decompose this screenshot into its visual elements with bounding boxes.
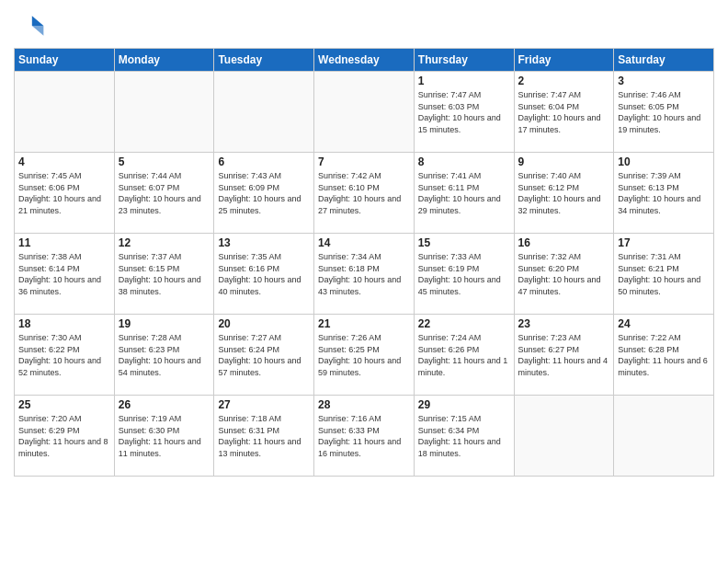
- calendar-cell: 8Sunrise: 7:41 AM Sunset: 6:11 PM Daylig…: [414, 153, 514, 234]
- weekday-header: Thursday: [414, 49, 514, 72]
- day-number: 18: [18, 317, 110, 330]
- calendar-cell: 17Sunrise: 7:31 AM Sunset: 6:21 PM Dayli…: [614, 234, 714, 315]
- calendar-cell: 21Sunrise: 7:26 AM Sunset: 6:25 PM Dayli…: [314, 315, 415, 396]
- day-number: 7: [318, 155, 410, 168]
- day-info: Sunrise: 7:30 AM Sunset: 6:22 PM Dayligh…: [18, 332, 110, 378]
- calendar-cell: 5Sunrise: 7:44 AM Sunset: 6:07 PM Daylig…: [114, 153, 214, 234]
- day-number: 14: [318, 236, 410, 249]
- calendar-cell: 11Sunrise: 7:38 AM Sunset: 6:14 PM Dayli…: [15, 234, 115, 315]
- calendar-cell: [114, 72, 214, 153]
- day-info: Sunrise: 7:43 AM Sunset: 6:09 PM Dayligh…: [218, 170, 310, 216]
- day-info: Sunrise: 7:19 AM Sunset: 6:30 PM Dayligh…: [119, 413, 210, 459]
- calendar-cell: 29Sunrise: 7:15 AM Sunset: 6:34 PM Dayli…: [414, 396, 514, 477]
- day-info: Sunrise: 7:39 AM Sunset: 6:13 PM Dayligh…: [618, 170, 710, 216]
- day-info: Sunrise: 7:47 AM Sunset: 6:04 PM Dayligh…: [518, 89, 610, 135]
- calendar-week-row: 25Sunrise: 7:20 AM Sunset: 6:29 PM Dayli…: [15, 396, 714, 477]
- day-number: 25: [18, 398, 110, 411]
- calendar-cell: [614, 396, 714, 477]
- calendar-cell: 20Sunrise: 7:27 AM Sunset: 6:24 PM Dayli…: [214, 315, 314, 396]
- day-number: 17: [618, 236, 710, 249]
- calendar-cell: 2Sunrise: 7:47 AM Sunset: 6:04 PM Daylig…: [514, 72, 614, 153]
- day-info: Sunrise: 7:33 AM Sunset: 6:19 PM Dayligh…: [418, 251, 510, 297]
- calendar-cell: 3Sunrise: 7:46 AM Sunset: 6:05 PM Daylig…: [614, 72, 714, 153]
- calendar-cell: 22Sunrise: 7:24 AM Sunset: 6:26 PM Dayli…: [414, 315, 514, 396]
- weekday-header: Tuesday: [214, 49, 314, 72]
- day-info: Sunrise: 7:46 AM Sunset: 6:05 PM Dayligh…: [618, 89, 710, 135]
- day-info: Sunrise: 7:22 AM Sunset: 6:28 PM Dayligh…: [618, 332, 710, 378]
- day-info: Sunrise: 7:42 AM Sunset: 6:10 PM Dayligh…: [318, 170, 410, 216]
- svg-marker-1: [32, 26, 44, 36]
- calendar-cell: 7Sunrise: 7:42 AM Sunset: 6:10 PM Daylig…: [314, 153, 415, 234]
- calendar-week-row: 4Sunrise: 7:45 AM Sunset: 6:06 PM Daylig…: [15, 153, 714, 234]
- day-number: 1: [418, 75, 510, 87]
- day-number: 6: [218, 155, 310, 168]
- day-info: Sunrise: 7:38 AM Sunset: 6:14 PM Dayligh…: [18, 251, 110, 297]
- calendar-cell: 26Sunrise: 7:19 AM Sunset: 6:30 PM Dayli…: [114, 396, 214, 477]
- weekday-header: Wednesday: [314, 49, 415, 72]
- calendar-cell: 6Sunrise: 7:43 AM Sunset: 6:09 PM Daylig…: [214, 153, 314, 234]
- day-number: 15: [418, 236, 510, 249]
- day-info: Sunrise: 7:34 AM Sunset: 6:18 PM Dayligh…: [318, 251, 410, 297]
- calendar-cell: 19Sunrise: 7:28 AM Sunset: 6:23 PM Dayli…: [114, 315, 214, 396]
- day-number: 26: [119, 398, 210, 411]
- day-info: Sunrise: 7:24 AM Sunset: 6:26 PM Dayligh…: [418, 332, 510, 378]
- day-number: 28: [318, 398, 410, 411]
- calendar-cell: 12Sunrise: 7:37 AM Sunset: 6:15 PM Dayli…: [114, 234, 214, 315]
- calendar-cell: [314, 72, 415, 153]
- day-number: 27: [218, 398, 310, 411]
- weekday-header: Saturday: [614, 49, 714, 72]
- calendar-week-row: 18Sunrise: 7:30 AM Sunset: 6:22 PM Dayli…: [15, 315, 714, 396]
- day-number: 16: [518, 236, 610, 249]
- day-info: Sunrise: 7:41 AM Sunset: 6:11 PM Dayligh…: [418, 170, 510, 216]
- calendar-cell: 1Sunrise: 7:47 AM Sunset: 6:03 PM Daylig…: [414, 72, 514, 153]
- weekday-header: Friday: [514, 49, 614, 72]
- page: SundayMondayTuesdayWednesdayThursdayFrid…: [0, 0, 728, 563]
- calendar-cell: 16Sunrise: 7:32 AM Sunset: 6:20 PM Dayli…: [514, 234, 614, 315]
- day-info: Sunrise: 7:20 AM Sunset: 6:29 PM Dayligh…: [18, 413, 110, 459]
- day-number: 10: [618, 155, 710, 168]
- weekday-header: Sunday: [15, 49, 115, 72]
- day-info: Sunrise: 7:27 AM Sunset: 6:24 PM Dayligh…: [218, 332, 310, 378]
- day-info: Sunrise: 7:15 AM Sunset: 6:34 PM Dayligh…: [418, 413, 510, 459]
- day-info: Sunrise: 7:16 AM Sunset: 6:33 PM Dayligh…: [318, 413, 410, 459]
- day-info: Sunrise: 7:26 AM Sunset: 6:25 PM Dayligh…: [318, 332, 410, 378]
- day-info: Sunrise: 7:40 AM Sunset: 6:12 PM Dayligh…: [518, 170, 610, 216]
- day-info: Sunrise: 7:47 AM Sunset: 6:03 PM Dayligh…: [418, 89, 510, 135]
- day-number: 4: [18, 155, 110, 168]
- header: [14, 9, 714, 42]
- calendar-cell: 14Sunrise: 7:34 AM Sunset: 6:18 PM Dayli…: [314, 234, 415, 315]
- calendar-cell: 4Sunrise: 7:45 AM Sunset: 6:06 PM Daylig…: [15, 153, 115, 234]
- day-number: 9: [518, 155, 610, 168]
- logo-icon: [14, 9, 47, 42]
- calendar-cell: 24Sunrise: 7:22 AM Sunset: 6:28 PM Dayli…: [614, 315, 714, 396]
- day-info: Sunrise: 7:37 AM Sunset: 6:15 PM Dayligh…: [119, 251, 210, 297]
- calendar-cell: 23Sunrise: 7:23 AM Sunset: 6:27 PM Dayli…: [514, 315, 614, 396]
- day-number: 8: [418, 155, 510, 168]
- day-info: Sunrise: 7:18 AM Sunset: 6:31 PM Dayligh…: [218, 413, 310, 459]
- day-number: 21: [318, 317, 410, 330]
- calendar-cell: 13Sunrise: 7:35 AM Sunset: 6:16 PM Dayli…: [214, 234, 314, 315]
- calendar-header-row: SundayMondayTuesdayWednesdayThursdayFrid…: [15, 49, 714, 72]
- day-number: 22: [418, 317, 510, 330]
- calendar-cell: 10Sunrise: 7:39 AM Sunset: 6:13 PM Dayli…: [614, 153, 714, 234]
- calendar-cell: 25Sunrise: 7:20 AM Sunset: 6:29 PM Dayli…: [15, 396, 115, 477]
- calendar-table: SundayMondayTuesdayWednesdayThursdayFrid…: [14, 48, 714, 477]
- calendar-cell: 18Sunrise: 7:30 AM Sunset: 6:22 PM Dayli…: [15, 315, 115, 396]
- day-number: 23: [518, 317, 610, 330]
- day-number: 12: [119, 236, 210, 249]
- day-number: 19: [119, 317, 210, 330]
- day-info: Sunrise: 7:45 AM Sunset: 6:06 PM Dayligh…: [18, 170, 110, 216]
- calendar-cell: 27Sunrise: 7:18 AM Sunset: 6:31 PM Dayli…: [214, 396, 314, 477]
- day-number: 2: [518, 75, 610, 87]
- calendar-cell: [15, 72, 115, 153]
- day-info: Sunrise: 7:44 AM Sunset: 6:07 PM Dayligh…: [119, 170, 210, 216]
- day-number: 11: [18, 236, 110, 249]
- calendar-week-row: 11Sunrise: 7:38 AM Sunset: 6:14 PM Dayli…: [15, 234, 714, 315]
- day-number: 24: [618, 317, 710, 330]
- calendar-cell: 9Sunrise: 7:40 AM Sunset: 6:12 PM Daylig…: [514, 153, 614, 234]
- day-number: 29: [418, 398, 510, 411]
- weekday-header: Monday: [114, 49, 214, 72]
- calendar-week-row: 1Sunrise: 7:47 AM Sunset: 6:03 PM Daylig…: [15, 72, 714, 153]
- svg-marker-0: [32, 16, 44, 26]
- day-info: Sunrise: 7:32 AM Sunset: 6:20 PM Dayligh…: [518, 251, 610, 297]
